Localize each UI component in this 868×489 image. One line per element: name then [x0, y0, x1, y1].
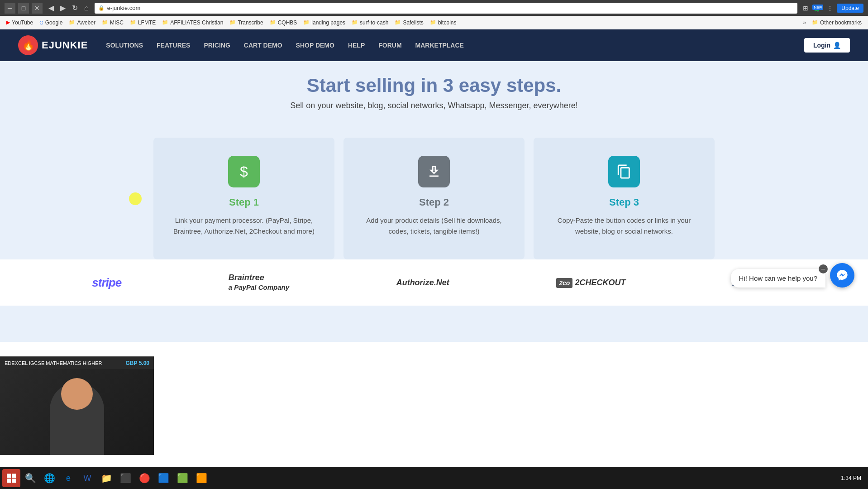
bookmark-google-label: Google	[45, 19, 63, 26]
browser-toolbar: ⊞ 🧩 New ⋮ Update	[801, 4, 863, 13]
taskbar: 🔍 🌐 e W 📁 ⬛ 🔴 🟦 🟩 🟧 1:34 PM	[0, 467, 868, 489]
bookmark-safelists[interactable]: 📁 Safelists	[392, 19, 426, 27]
step-2-icon	[418, 156, 450, 187]
step-1-number: Step 1	[167, 197, 321, 208]
bookmark-bitcoins[interactable]: 📁 bitcoins	[427, 19, 459, 27]
svg-rect-2	[7, 479, 11, 483]
video-overlay: EDEXCEL IGCSE MATHEMATICS HIGHER GBP 5.0…	[0, 356, 154, 455]
taskbar-folder[interactable]: 📁	[97, 469, 115, 487]
nav-shop-demo[interactable]: SHOP DEMO	[296, 42, 334, 49]
minimize-btn[interactable]: ─	[5, 3, 15, 14]
nav-pricing[interactable]: PRICING	[204, 42, 230, 49]
step-2-card: Step 2 Add your product details (Sell fi…	[343, 138, 525, 259]
taskbar-app2[interactable]: 🔴	[135, 469, 153, 487]
bookmark-google[interactable]: G Google	[37, 19, 65, 27]
video-person	[0, 369, 154, 455]
nav-links: SOLUTIONS FEATURES PRICING CART DEMO SHO…	[106, 42, 804, 49]
bookmark-other-label: Other bookmarks	[820, 19, 862, 26]
folder-icon: 📁	[69, 19, 75, 25]
update-button[interactable]: Update	[837, 4, 863, 13]
url-text: e-junkie.com	[107, 5, 141, 11]
video-title: EDEXCEL IGCSE MATHEMATICS HIGHER	[5, 360, 102, 366]
more-bookmarks-btn[interactable]: »	[801, 19, 808, 27]
step-1-card: $ Step 1 Link your payment processor. (P…	[153, 138, 334, 259]
taskbar-app1[interactable]: ⬛	[116, 469, 134, 487]
cursor-indicator	[129, 192, 142, 205]
taskbar-app5[interactable]: 🟧	[192, 469, 210, 487]
nav-forum[interactable]: FORUM	[378, 42, 401, 49]
chat-bubble-container: Hi! How can we help you? ─	[731, 269, 825, 288]
browser-window-controls: ─ □ ✕	[5, 3, 43, 14]
step-1-icon: $	[228, 156, 260, 187]
logo-icon: 🔥	[18, 35, 38, 55]
video-frame[interactable]	[0, 369, 154, 455]
hero-subtitle: Sell on your website, blog, social netwo…	[9, 101, 859, 110]
close-btn[interactable]: ✕	[32, 3, 43, 14]
taskbar-chrome[interactable]: 🌐	[40, 469, 58, 487]
nav-marketplace[interactable]: MARKETPLACE	[415, 42, 464, 49]
bookmark-cqhbs-label: CQHBS	[278, 19, 297, 26]
forward-btn[interactable]: ▶	[58, 3, 68, 13]
taskbar-search[interactable]: 🔍	[21, 469, 39, 487]
back-btn[interactable]: ◀	[46, 3, 56, 13]
login-button[interactable]: Login 👤	[804, 38, 850, 53]
reload-btn[interactable]: ↻	[70, 3, 80, 13]
bookmark-bitcoins-label: bitcoins	[438, 19, 457, 26]
stripe-logo: stripe	[92, 276, 121, 290]
nav-solutions[interactable]: SOLUTIONS	[106, 42, 143, 49]
bookmark-affiliates-label: AFFILIATES Christian	[170, 19, 223, 26]
login-label: Login	[813, 42, 830, 49]
folder-icon: 📁	[130, 19, 136, 25]
step-3-card: Step 3 Copy-Paste the button codes or li…	[534, 138, 715, 259]
folder-icon: 📁	[352, 19, 358, 25]
browser-menu-btn[interactable]: ⋮	[825, 4, 835, 13]
bookmark-youtube[interactable]: ▶ YouTube	[4, 19, 36, 27]
nav-cart-demo[interactable]: CART DEMO	[244, 42, 282, 49]
maximize-btn[interactable]: □	[18, 3, 29, 14]
taskbar-start-btn[interactable]	[2, 469, 20, 487]
folder-icon: 📁	[303, 19, 310, 25]
nav-help[interactable]: HELP	[348, 42, 365, 49]
folder-icon: 📁	[430, 19, 436, 25]
taskbar-system-tray: 1:34 PM	[841, 475, 866, 481]
folder-icon: 📁	[812, 19, 818, 25]
bookmark-surftocash[interactable]: 📁 surf-to-cash	[349, 19, 391, 27]
step-3-description: Copy-Paste the button codes or links in …	[547, 215, 701, 237]
new-badge: New	[812, 5, 823, 10]
bookmark-other[interactable]: 📁 Other bookmarks	[809, 19, 864, 27]
taskbar-app4[interactable]: 🟩	[173, 469, 191, 487]
taskbar-app3[interactable]: 🟦	[154, 469, 172, 487]
address-bar[interactable]: 🔒 e-junkie.com	[95, 3, 798, 14]
site-logo[interactable]: 🔥 EJUNKIE	[18, 35, 88, 55]
bookmark-misc-label: MISC	[110, 19, 124, 26]
bookmark-lfmte[interactable]: 📁 LFMTE	[127, 19, 158, 27]
chat-widget: Hi! How can we help you? ─	[731, 263, 854, 288]
authorize-logo: Authorize.Net	[396, 278, 449, 288]
twocheckout-logo: 2co 2CHECKOUT	[556, 278, 625, 288]
taskbar-time: 1:34 PM	[841, 475, 861, 481]
bookmarks-bar: ▶ YouTube G Google 📁 Aweber 📁 MISC 📁 LFM…	[0, 16, 868, 29]
nav-features[interactable]: FEATURES	[157, 42, 190, 49]
home-btn[interactable]: ⌂	[82, 3, 91, 13]
taskbar-edge[interactable]: e	[59, 469, 77, 487]
new-badge-container: 🧩 New	[812, 4, 823, 13]
extensions-btn[interactable]: ⊞	[801, 4, 810, 13]
bookmark-transcribe[interactable]: 📁 Transcribe	[227, 19, 266, 27]
folder-icon: 📁	[229, 19, 236, 25]
bookmark-affiliates[interactable]: 📁 AFFILIATES Christian	[159, 19, 226, 27]
browser-chrome: ─ □ ✕ ◀ ▶ ↻ ⌂ 🔒 e-junkie.com ⊞ 🧩 New ⋮ U…	[0, 0, 868, 16]
bookmark-landing[interactable]: 📁 landing pages	[300, 19, 348, 27]
chat-close-btn[interactable]: ─	[819, 264, 828, 273]
logo-text: EJUNKIE	[42, 39, 88, 51]
bookmark-aweber[interactable]: 📁 Aweber	[66, 19, 98, 27]
taskbar-word[interactable]: W	[78, 469, 96, 487]
bookmark-cqhbs[interactable]: 📁 CQHBS	[267, 19, 300, 27]
bookmark-youtube-label: YouTube	[12, 19, 33, 26]
bookmark-misc[interactable]: 📁 MISC	[99, 19, 126, 27]
folder-icon: 📁	[395, 19, 401, 25]
browser-nav-buttons: ◀ ▶ ↻ ⌂	[46, 3, 91, 13]
svg-rect-3	[12, 479, 16, 483]
svg-rect-1	[12, 474, 16, 478]
messenger-chat-btn[interactable]	[830, 263, 854, 288]
lock-icon: 🔒	[98, 5, 105, 11]
